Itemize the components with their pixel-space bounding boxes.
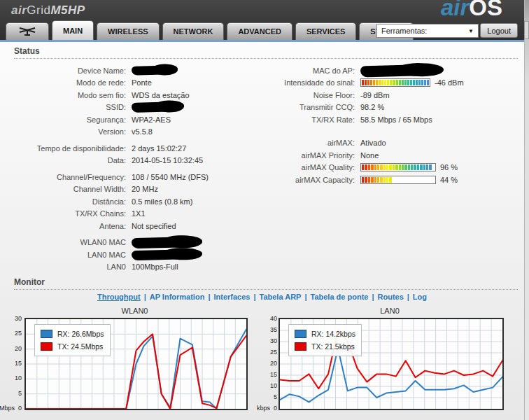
field-label: airMAX Priority: bbox=[269, 151, 360, 160]
scrollbar-thumb[interactable] bbox=[524, 21, 529, 39]
y-tick-label: 35 bbox=[260, 326, 277, 333]
status-row: Noise Floor:-89 dBm bbox=[269, 89, 521, 102]
field-value: -89 dBm bbox=[360, 91, 390, 99]
status-right-column: MAC do AP:Intensidade do sinal:-46 dBmNo… bbox=[269, 64, 521, 190]
monitor-section-heading: Monitor bbox=[14, 277, 518, 290]
scrollbar[interactable] bbox=[524, 0, 529, 420]
field-value: None bbox=[360, 151, 379, 160]
status-group: Device Name:Modo de rede:PonteModo sem f… bbox=[14, 64, 262, 138]
field-label: airMAX: bbox=[269, 139, 360, 147]
chart-plot-area: RX: 14.2kbpsTX: 21.5kbps bbox=[278, 318, 504, 410]
field-label: Version: bbox=[14, 127, 132, 136]
status-row: SSID: bbox=[14, 102, 262, 114]
link-separator: | bbox=[144, 293, 146, 301]
tools-select-label: Ferramentas: bbox=[381, 27, 427, 35]
y-tick-label: 5 bbox=[260, 393, 277, 400]
status-row: Device Name: bbox=[14, 64, 262, 77]
field-label: airMAX Capacity: bbox=[269, 176, 360, 184]
segmented-bar bbox=[360, 78, 430, 87]
field-value: 20 MHz bbox=[132, 185, 158, 193]
field-value: 108 / 5540 MHz (DFS) bbox=[132, 173, 209, 181]
tab-wireless[interactable]: WIRELESS bbox=[97, 22, 159, 40]
status-row: Modo de rede:Ponte bbox=[14, 77, 262, 90]
field-label: LAN0 MAC bbox=[14, 251, 132, 259]
lan0-throughput-chart: LAN0510152025303540kbps0RX: 14.2kbpsTX: … bbox=[256, 307, 505, 412]
product-logo: airGridM5HP bbox=[11, 4, 85, 18]
tools-select[interactable]: Ferramentas: ▼ bbox=[376, 24, 479, 38]
status-section-heading: Status bbox=[14, 46, 518, 59]
airos-logo: airOS bbox=[441, 0, 502, 21]
airos-logo-air: air bbox=[441, 0, 469, 20]
status-left-column: Device Name:Modo de rede:PonteModo sem f… bbox=[14, 64, 262, 277]
airos-window: airGridM5HP airOS MAINWIRELESSNETWORKADV… bbox=[0, 0, 529, 420]
field-value: 100Mbps-Full bbox=[132, 262, 178, 271]
field-label: airMAX Quality: bbox=[269, 163, 360, 172]
y-tick-label: 15 bbox=[4, 360, 22, 367]
legend-label: RX: 26.6Mbps bbox=[57, 330, 104, 338]
y-tick-label: 10 bbox=[260, 382, 277, 389]
y-tick-label: 20 bbox=[260, 360, 277, 367]
monitor-links: Throughput|AP Information|Interfaces|Tab… bbox=[0, 293, 524, 301]
y-tick-label: 30 bbox=[260, 337, 277, 344]
link-separator: | bbox=[208, 293, 210, 301]
status-row: Intensidade do sinal:-46 dBm bbox=[269, 77, 521, 90]
tab-antenna[interactable] bbox=[6, 22, 49, 40]
y-tick-label: 10 bbox=[4, 374, 22, 382]
monitor-link-tabela-arp[interactable]: Tabela ARP bbox=[260, 293, 302, 301]
monitor-link-log[interactable]: Log bbox=[413, 293, 427, 301]
legend-row: TX: 24.5Mbps bbox=[41, 340, 104, 353]
product-logo-model: M5HP bbox=[50, 4, 85, 17]
tab-main[interactable]: MAIN bbox=[52, 20, 94, 40]
zero-tick: 0 bbox=[274, 405, 277, 412]
unit-label: kbps bbox=[257, 405, 270, 412]
legend-row: RX: 14.2kbps bbox=[295, 328, 355, 340]
field-value: WPA2-AES bbox=[132, 115, 171, 124]
chart-legend: RX: 14.2kbpsTX: 21.5kbps bbox=[288, 324, 362, 356]
status-row: Channel/Frequency:108 / 5540 MHz (DFS) bbox=[14, 171, 262, 183]
y-tick-label: 25 bbox=[4, 330, 22, 337]
field-label: Tempo de disponibilidade: bbox=[14, 144, 132, 153]
field-value: 96 % bbox=[440, 163, 458, 172]
chart-title: LAN0 bbox=[278, 307, 501, 316]
monitor-link-routes[interactable]: Routes bbox=[378, 293, 404, 301]
tab-services[interactable]: SERVICES bbox=[295, 22, 356, 40]
status-row: Channel Width:20 MHz bbox=[14, 183, 262, 196]
chevron-down-icon: ▼ bbox=[468, 28, 474, 34]
tab-advanced[interactable]: ADVANCED bbox=[227, 22, 292, 40]
tx-legend-swatch bbox=[295, 342, 306, 351]
tab-label: ADVANCED bbox=[238, 27, 281, 36]
segmented-bar bbox=[360, 176, 436, 184]
status-row: LAN0 MAC bbox=[14, 248, 262, 261]
tab-strip: MAINWIRELESSNETWORKADVANCEDSERVICESSYSTE… bbox=[6, 20, 416, 40]
field-label: Segurança: bbox=[14, 115, 132, 124]
chart-title: WLAN0 bbox=[24, 307, 245, 316]
field-label: WLAN0 MAC bbox=[14, 238, 132, 246]
rx-legend-swatch bbox=[41, 330, 52, 338]
monitor-link-interfaces[interactable]: Interfaces bbox=[213, 293, 250, 301]
link-separator: | bbox=[407, 293, 409, 301]
status-group: MAC do AP:Intensidade do sinal:-46 dBmNo… bbox=[269, 64, 521, 126]
field-label: Channel Width: bbox=[14, 185, 132, 193]
status-row: Antena:Not specified bbox=[14, 220, 262, 232]
monitor-link-ap-information[interactable]: AP Information bbox=[150, 293, 205, 301]
field-label: Channel/Frequency: bbox=[14, 173, 132, 181]
logout-button[interactable]: Logout bbox=[480, 23, 518, 38]
field-value: 0.5 miles (0.8 km) bbox=[132, 197, 192, 206]
y-axis-unit: kbps0 bbox=[242, 405, 277, 412]
field-value: 2014-05-15 10:32:45 bbox=[132, 156, 203, 164]
field-value: -46 dBm bbox=[435, 78, 464, 87]
status-row: LAN0100Mbps-Full bbox=[14, 261, 262, 274]
field-value: 2 days 15:02:27 bbox=[132, 144, 186, 153]
status-row: TX/RX Chains:1X1 bbox=[14, 208, 262, 220]
monitor-link-tabela-de-ponte[interactable]: Tabela de ponte bbox=[311, 293, 369, 301]
monitor-link-throughput[interactable]: Throughput bbox=[97, 293, 141, 301]
product-logo-air: air bbox=[11, 4, 27, 17]
link-separator: | bbox=[304, 293, 306, 301]
redacted-value bbox=[132, 249, 198, 260]
tab-network[interactable]: NETWORK bbox=[162, 22, 225, 40]
zero-tick: 0 bbox=[18, 405, 22, 412]
y-tick-label: 15 bbox=[260, 371, 277, 378]
field-label: Antena: bbox=[14, 222, 132, 230]
tab-label: NETWORK bbox=[174, 27, 213, 36]
y-tick-label: 20 bbox=[4, 345, 22, 352]
